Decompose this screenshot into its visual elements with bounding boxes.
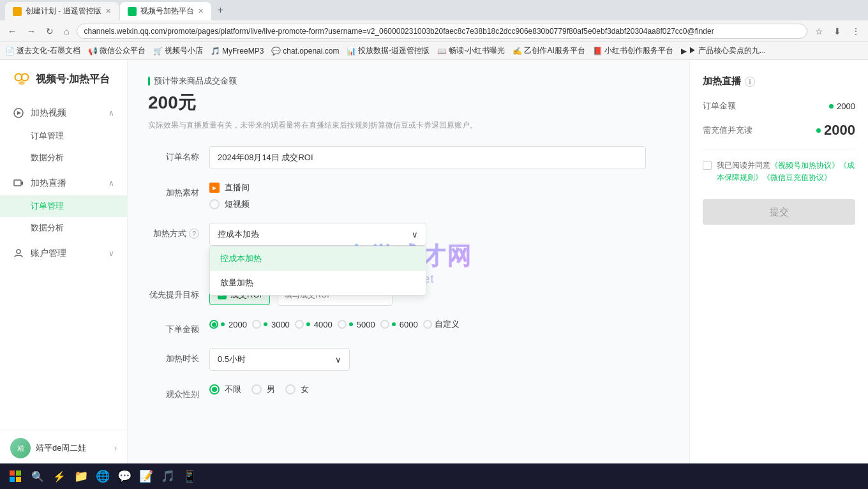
bookmark-7[interactable]: 📖 畅读-小红书曝光 [437,45,505,56]
bookmark-8[interactable]: ✍ 乙创作AI服务平台 [513,45,585,56]
sidebar-sub-live-data[interactable]: 数据分析 [0,217,127,239]
form-section: 预计带来商品成交金额 200元 实际效果与直播质量有关，未带来的观看量将在直播结… [148,75,646,400]
material-video-radio [209,199,220,209]
refresh-button[interactable]: ↻ [43,25,56,38]
sidebar-sub-video-data[interactable]: 数据分析 [0,147,127,169]
svg-marker-4 [17,111,21,115]
method-display-value: 控成本加热 [218,229,259,240]
bookmark-3[interactable]: 🛒 视频号小店 [153,45,203,56]
material-label: 加热素材 [148,182,199,199]
boost-method-label: 加热方式 ? [148,223,199,239]
sidebar-sub-live-orders[interactable]: 订单管理 [0,195,127,217]
panel-divider [703,149,855,149]
duration-control: 0.5小时 ∨ [209,348,646,371]
tab-close-1[interactable]: ✕ [105,7,111,15]
tab-label-1: 创建计划 - 逍遥管控版 [26,6,101,17]
download-button[interactable]: ⬇ [831,25,844,38]
url-bar[interactable]: channels.weixin.qq.com/promote/pages/pla… [77,24,807,39]
gender-label: 观众性别 [148,384,199,400]
sidebar-item-video-label: 加热视频 [31,107,66,119]
bookmark-1[interactable]: 📄 逝去文化-石墨文档 [5,45,80,56]
url-text: channels.weixin.qq.com/promote/pages/pla… [84,27,714,36]
order-name-input[interactable] [209,146,646,169]
amount-label: 下单金额 [148,319,199,335]
avatar: 靖 [10,438,31,458]
material-live-icon [209,183,220,193]
tab-favicon-2 [128,7,137,16]
amount-option-2000[interactable]: 2000 [209,320,247,329]
amount-option-3000[interactable]: 3000 [252,320,290,329]
agreement-checkbox[interactable] [703,161,712,170]
agreement-link-1[interactable]: 《视频号加热协议》 [770,161,839,170]
agreement-text: 我已阅读并同意《视频号加热协议》《成本保障规则》《微信豆充值协议》 [717,160,855,184]
gender-radio-unlimited [209,384,220,395]
forward-button[interactable]: → [24,25,38,38]
material-option-video[interactable]: 短视频 [209,199,646,210]
star-button[interactable]: ☆ [812,25,826,38]
duration-select[interactable]: 0.5小时 ∨ [209,348,350,371]
tab-close-2[interactable]: ✕ [198,7,204,15]
sidebar-section-video: 加热视频 ∧ 订单管理 数据分析 [0,101,127,169]
tab-1[interactable]: 创建计划 - 逍遥管控版 ✕ [5,2,119,20]
amount-option-custom[interactable]: 自定义 [423,319,460,330]
bookmark-4[interactable]: 🎵 MyFreeMP3 [211,47,264,56]
sidebar-item-live[interactable]: 加热直播 ∧ [0,171,127,195]
bookmark-5[interactable]: 💬 chat.openai.com [271,47,339,56]
amount-dot-3000 [264,322,267,326]
bookmark-9[interactable]: 📕 小红书创作服务平台 [593,45,673,56]
dropdown-item-volume[interactable]: 放量加热 [210,271,426,295]
duration-row: 加热时长 0.5小时 ∨ [148,348,646,371]
bookmark-10[interactable]: ▶ ▶ 产品核心卖点的九... [681,45,766,56]
amount-radio-6000 [380,320,389,329]
menu-button[interactable]: ⋮ [849,25,863,38]
new-tab-button[interactable]: + [213,2,228,19]
method-display[interactable]: 控成本加热 ∨ [209,223,426,246]
sidebar-user-section[interactable]: 靖 靖平de周二娃 › [0,430,127,466]
panel-title: 加热直播 i [703,75,855,87]
gender-radio-female [285,384,296,395]
gender-option-male[interactable]: 男 [251,384,275,395]
gender-radio-male [251,384,262,395]
material-row: 加热素材 直播间 短视频 [148,182,646,210]
amount-option-4000[interactable]: 4000 [295,320,333,329]
amount-label-6000: 6000 [400,320,418,329]
bookmark-6[interactable]: 📊 投放数据-逍遥管控版 [347,45,430,56]
boost-method-info-icon[interactable]: ? [189,229,199,239]
gender-option-unlimited[interactable]: 不限 [209,384,241,395]
material-option-live[interactable]: 直播间 [209,182,646,193]
gender-label-unlimited: 不限 [225,384,241,395]
gender-option-female[interactable]: 女 [285,384,309,395]
content-area: 自学成才网 zx-cc.net 预计带来商品成交金额 200元 实际效果与直播质… [128,60,689,466]
bookmark-2[interactable]: 📢 微信公众平台 [88,45,146,56]
tab-favicon-1 [13,7,22,16]
dropdown-item-cost-control[interactable]: 控成本加热 [210,246,426,271]
amount-option-5000[interactable]: 5000 [338,320,375,329]
back-button[interactable]: ← [5,25,19,38]
agreement-link-3[interactable]: 《微信豆充值协议》 [763,173,832,182]
amount-radio-custom [423,320,432,329]
play-icon [13,107,24,119]
panel-order-amount-row: 订单金额 2000 [703,100,855,112]
sidebar-item-account[interactable]: 账户管理 ∨ [0,241,127,266]
gender-row: 观众性别 不限 男 女 [148,384,646,400]
duration-value: 0.5小时 [218,354,246,365]
home-button[interactable]: ⌂ [61,25,71,38]
amount-dot-6000 [392,322,396,326]
material-control: 直播间 短视频 [209,182,646,210]
panel-total: 2000 [816,122,855,139]
gender-label-male: 男 [267,384,275,395]
amount-label-3000: 3000 [271,320,290,329]
order-name-control [209,146,646,169]
gender-control: 不限 男 女 [209,384,646,395]
tab-label-2: 视频号加热平台 [140,6,194,17]
submit-button[interactable]: 提交 [703,199,855,225]
amount-option-6000[interactable]: 6000 [380,320,418,329]
chevron-up-icon-2: ∧ [108,179,114,188]
sidebar-item-video[interactable]: 加热视频 ∧ [0,101,127,125]
panel-info-icon[interactable]: i [745,77,755,87]
amount-dot-4000 [306,322,310,326]
order-name-label: 订单名称 [148,146,199,163]
sidebar-sub-video-orders[interactable]: 订单管理 [0,125,127,147]
tab-2[interactable]: 视频号加热平台 ✕ [120,2,211,20]
nav-bar: ← → ↻ ⌂ channels.weixin.qq.com/promote/p… [0,20,868,42]
